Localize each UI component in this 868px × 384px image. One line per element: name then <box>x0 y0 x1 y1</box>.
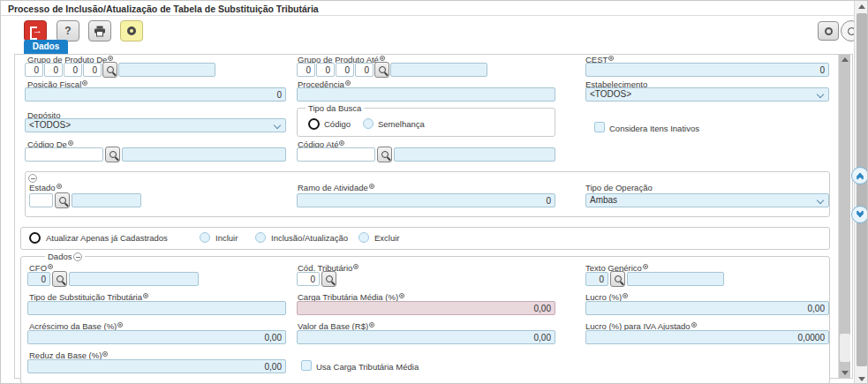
lucro-iva-input[interactable] <box>585 330 829 344</box>
tipo-busca-radio-codigo[interactable]: Código <box>308 118 351 130</box>
panel-scrollbar-thumb[interactable] <box>840 334 850 362</box>
magnifier-icon <box>107 66 114 73</box>
tipo-operacao-select[interactable]: Ambas <box>585 193 829 207</box>
grupo-ate-seg4-input[interactable] <box>355 63 374 77</box>
tipo-st-input[interactable] <box>27 301 286 315</box>
grupo-de-desc-input[interactable] <box>118 63 215 77</box>
window-title: Processo de Inclusão/Atualização de Tabe… <box>8 4 319 14</box>
config-icon <box>143 293 148 298</box>
config-icon <box>108 56 113 61</box>
estado-desc-input[interactable] <box>72 193 141 207</box>
cod-tributario-input[interactable] <box>297 272 320 286</box>
cest-input[interactable] <box>585 63 829 77</box>
tipo-busca-radio-semelhanca[interactable]: Semelhança <box>363 118 425 129</box>
codigo-ate-lookup-button[interactable] <box>377 147 392 162</box>
codigo-ate-input[interactable] <box>297 147 375 162</box>
tipo-busca-legend: Tipo da Busca <box>306 103 364 113</box>
action-radio-excluir[interactable]: Excluir <box>359 232 400 243</box>
config-icon <box>380 56 385 61</box>
config-icon <box>353 264 359 269</box>
exit-button[interactable] <box>24 20 47 41</box>
grupo-de-seg4-input[interactable] <box>83 63 102 77</box>
magnifier-icon <box>326 275 333 282</box>
scroll-up-icon[interactable] <box>858 4 865 9</box>
carga-media-input <box>297 301 555 315</box>
deposito-select[interactable]: <TODOS> <box>25 118 286 132</box>
texto-generico-desc-input[interactable] <box>627 272 724 286</box>
grupo-de-seg1-input[interactable] <box>25 63 43 77</box>
cfo-desc-input[interactable] <box>69 272 199 286</box>
page-scrollbar-thumb[interactable] <box>857 13 867 366</box>
collapse-dados-button[interactable] <box>73 252 82 261</box>
estado-label: Estado <box>29 183 62 192</box>
config-icon <box>369 184 374 189</box>
grupo-ate-seg1-input[interactable] <box>297 63 315 77</box>
gear-icon <box>825 27 833 35</box>
config-icon <box>691 322 697 328</box>
collapse-section-button[interactable] <box>28 174 37 183</box>
cod-tributario-lookup-button[interactable] <box>321 271 336 287</box>
panel-scrollbar[interactable] <box>838 55 850 378</box>
codigo-ate-desc-input[interactable] <box>394 147 555 162</box>
config-icon <box>345 80 351 86</box>
radio-icon <box>363 118 374 129</box>
magnifier-icon <box>109 151 117 158</box>
jump-to-bottom-button[interactable] <box>851 206 868 223</box>
texto-generico-lookup-button[interactable] <box>610 271 625 287</box>
cfo-lookup-button[interactable] <box>52 271 67 287</box>
help-button[interactable]: ? <box>57 20 79 41</box>
radio-selected-icon <box>29 232 41 244</box>
printer-icon <box>94 26 106 37</box>
config-button[interactable] <box>818 21 839 41</box>
page-scrollbar[interactable] <box>854 1 868 384</box>
chevron-down-icon <box>817 197 824 204</box>
grupo-ate-desc-input[interactable] <box>390 63 487 77</box>
estado-lookup-button[interactable] <box>55 192 70 208</box>
grupo-ate-seg3-input[interactable] <box>336 63 354 77</box>
logout-icon <box>30 26 41 36</box>
codigo-de-input[interactable] <box>25 147 103 162</box>
reduz-base-input[interactable] <box>27 359 286 373</box>
usa-carga-checkbox[interactable] <box>301 360 312 371</box>
acrescimo-base-input[interactable] <box>27 330 286 344</box>
texto-generico-input[interactable] <box>585 272 608 286</box>
usa-carga-label: Usa Carga Tributária Média <box>316 362 419 372</box>
print-button[interactable] <box>88 20 111 41</box>
config-icon <box>399 293 404 298</box>
config-icon <box>369 322 374 328</box>
magnifier-icon <box>57 275 64 282</box>
dados-legend: Dados <box>45 252 85 261</box>
codigo-de-lookup-button[interactable] <box>105 147 120 162</box>
estado-input[interactable] <box>29 193 53 207</box>
codigo-de-desc-input[interactable] <box>122 147 286 162</box>
posicao-fiscal-input[interactable] <box>25 87 286 102</box>
grupo-ate-seg2-input[interactable] <box>316 63 335 77</box>
scroll-up-icon[interactable] <box>842 57 849 62</box>
tipo-operacao-label: Tipo de Operação <box>585 183 653 192</box>
grupo-de-lookup-button[interactable] <box>102 62 117 78</box>
valor-base-input[interactable] <box>297 330 555 344</box>
action-radio-inclusao-atualizacao[interactable]: Inclusão/Atualização <box>255 232 348 243</box>
window-titlebar: Processo de Inclusão/Atualização de Tabe… <box>1 1 854 16</box>
considera-inativos-checkbox[interactable] <box>594 122 605 132</box>
grupo-de-seg3-input[interactable] <box>64 63 82 77</box>
cfo-input[interactable] <box>27 272 50 286</box>
scroll-down-icon[interactable] <box>858 377 865 381</box>
action-radio-incluir[interactable]: Incluir <box>200 232 238 243</box>
grupo-de-seg2-input[interactable] <box>44 63 63 77</box>
jump-to-top-button[interactable] <box>851 167 868 184</box>
action-radio-atualizar[interactable]: Atualizar Apenas já Cadastrados <box>29 232 168 244</box>
config-icon <box>57 184 62 189</box>
procedencia-input[interactable] <box>297 87 555 102</box>
scroll-down-icon[interactable] <box>842 371 849 375</box>
chevron-down-icon <box>274 122 281 129</box>
tab-dados[interactable]: Dados <box>24 40 68 54</box>
config-icon <box>623 293 628 298</box>
config-icon <box>608 56 614 61</box>
ramo-atividade-label: Ramo de Atividade <box>298 183 374 192</box>
ramo-atividade-input[interactable] <box>297 193 555 207</box>
estabelecimento-select[interactable]: <TODOS> <box>585 87 829 102</box>
settings-button[interactable] <box>120 20 143 41</box>
lucro-input[interactable] <box>585 301 829 315</box>
grupo-ate-lookup-button[interactable] <box>374 62 389 78</box>
